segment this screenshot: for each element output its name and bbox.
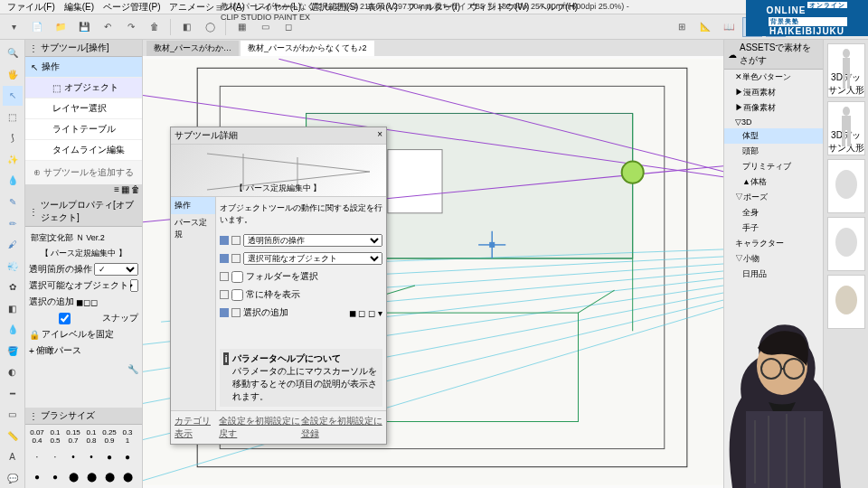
tree-item[interactable]: 手子 [724,221,823,236]
toggle-icon[interactable] [220,254,229,263]
lock-icon[interactable]: 🔒 [29,330,40,340]
material-search[interactable]: ☁ ASSETSで素材をさがす [724,40,823,70]
tree-item-body[interactable]: 体型 [724,128,823,144]
menu-icon[interactable]: ≡ [114,184,119,197]
dlg-checkbox[interactable] [231,289,243,301]
dialog-titlebar[interactable]: サブツール詳細 × [171,127,386,145]
brush-size-val[interactable]: 0.3 [119,428,136,436]
brush-size-val[interactable]: 0.25 [101,428,118,436]
brush-dot[interactable]: ⬤ [65,468,81,484]
undo-icon[interactable]: ↶ [98,17,118,37]
material-thumb[interactable]: 3Dデッサン人形 [827,101,865,155]
clear-icon[interactable]: 🗑 [145,17,165,37]
plus-icon[interactable]: + [29,346,34,356]
frame-tool-icon[interactable]: ▭ [3,405,23,425]
subtool-timeline[interactable]: タイムライン編集 [25,140,142,161]
box-icon[interactable] [231,254,241,263]
lasso-tool-icon[interactable]: ⟆ [3,128,23,148]
wand-tool-icon[interactable]: ✨ [3,150,23,170]
open-icon[interactable]: 📁 [51,17,71,37]
brush-size-val[interactable]: 0.9 [101,436,118,445]
eraser-tool-icon[interactable]: ◧ [3,298,23,318]
pencil-tool-icon[interactable]: ✏ [3,213,23,233]
brush-dot[interactable]: • [83,448,99,465]
box-icon[interactable] [231,236,241,245]
dlg-select[interactable]: 選択可能なオブジェクト [243,252,382,265]
tree-item[interactable]: ▶画像素材 [724,100,823,116]
brush-size-val[interactable]: 1 [119,436,136,445]
close-icon[interactable]: × [377,129,382,142]
dialog-side-operate[interactable]: 操作 [171,197,215,214]
tree-item[interactable]: 頭部 [724,144,823,159]
wrench-icon[interactable]: 🔧 [127,364,138,374]
tree-item[interactable]: 全身 [724,205,823,221]
balloon-tool-icon[interactable]: 💬 [3,469,23,488]
toggle-icon[interactable] [220,308,229,317]
menu-edit[interactable]: 編集(E) [61,0,98,14]
tree-item[interactable]: キャラクター [724,236,823,251]
canvas-tab-active[interactable]: 教材_パースがわからなくても♪2 [241,41,374,56]
brush-size-val[interactable]: 0.4 [29,436,45,445]
brush-dot[interactable]: ● [119,448,136,465]
prop-select[interactable]: ✓ [130,279,138,292]
category-link[interactable]: カテゴリ表示 [175,415,219,440]
tree-item[interactable]: ▽ポーズ [724,190,823,205]
brush-dot[interactable]: • [65,448,81,465]
brush-size-val[interactable]: 0.5 [47,436,63,445]
ruler-icon[interactable]: 📐 [695,17,715,37]
reset-defaults-link[interactable]: 全設定を初期設定に戻す [219,415,300,440]
object-tool-icon[interactable]: ↖ [3,86,23,106]
material-thumb[interactable] [827,159,865,213]
brush-dot[interactable]: · [47,448,63,465]
decoration-tool-icon[interactable]: ✿ [3,277,23,297]
box-icon[interactable] [220,290,229,299]
brush-dot[interactable]: ⬤ [119,468,136,484]
brush-dot[interactable]: ● [29,468,45,484]
pen-tool-icon[interactable]: ✎ [3,192,23,212]
airbrush-tool-icon[interactable]: 💨 [3,256,23,276]
subtool-light-table[interactable]: ライトテーブル [25,119,142,140]
add-subtool-button[interactable]: ⊕ サブツールを追加する [25,161,142,184]
gradient-tool-icon[interactable]: ◐ [3,362,23,382]
grip-icon[interactable]: ⋮ [29,207,38,217]
brush-dot[interactable]: ⬤ [83,468,99,484]
prop-select[interactable]: ✓ [94,263,138,276]
canvas-tab[interactable]: 教材_パースがわか… [146,41,239,56]
tree-item[interactable]: ▽小物 [724,251,823,267]
tree-item[interactable]: プリミティブ [724,159,823,174]
mode-icons[interactable]: ◼ ◻ ◻ ▾ [349,308,382,318]
new-file-icon[interactable]: 📄 [27,17,47,37]
toggle-icon[interactable] [220,236,229,245]
material-thumb[interactable] [827,217,865,271]
brush-dot[interactable]: · [29,448,45,465]
ruler-tool-icon[interactable]: 📏 [3,427,23,446]
tool-dropdown[interactable]: ▾ [4,17,24,37]
trash-icon[interactable]: 🗑 [131,184,140,197]
text-tool-icon[interactable]: A [3,447,23,467]
eyedropper-tool-icon[interactable]: 💧 [3,171,23,191]
material-thumb[interactable]: 3Dデッサン人形 [827,43,865,98]
brush-size-val[interactable]: 0.7 [65,436,81,445]
brush-tool-icon[interactable]: 🖌 [3,235,23,255]
snap-checkbox[interactable] [29,313,100,324]
fill-tool-icon[interactable]: 🪣 [3,341,23,361]
zoom-tool-icon[interactable]: 🔍 [3,43,23,63]
tree-item[interactable]: ▲体格 [724,174,823,190]
prop-icon[interactable]: ▦ [121,184,129,197]
subtool-layer-select[interactable]: レイヤー選択 [25,99,142,119]
brush-size-val[interactable]: 0.07 [29,428,45,436]
grip-icon[interactable]: ⋮ [29,43,38,53]
brush-size-val[interactable]: 0.15 [65,428,81,436]
dlg-select[interactable]: 透明箇所の操作 [243,234,382,247]
subtool-object[interactable]: ⬚オブジェクト [25,78,142,99]
move-tool-icon[interactable]: 🖐 [3,65,23,85]
subtool-operate[interactable]: ↖操作 [25,57,142,78]
grid-icon[interactable]: ⊞ [672,17,692,37]
dlg-checkbox[interactable] [231,271,243,283]
brush-size-val[interactable]: 0.8 [83,436,99,445]
box-icon[interactable] [231,308,241,317]
tree-item[interactable]: ▽3D [724,116,823,128]
color-btn[interactable]: ◧ [176,17,196,37]
book-icon[interactable]: 📖 [719,17,739,37]
tree-item[interactable]: 日用品 [724,267,823,282]
